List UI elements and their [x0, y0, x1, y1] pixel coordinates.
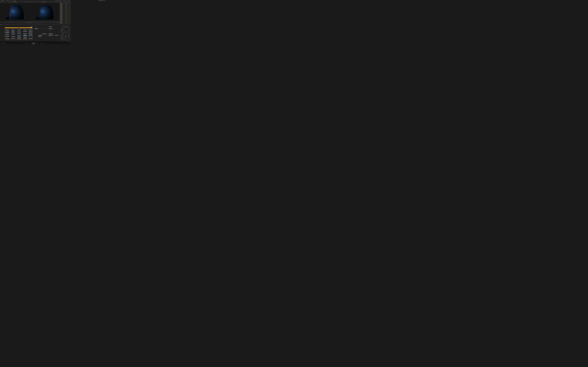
color-swatch[interactable] — [66, 9, 66, 9]
viewer-tool-4[interactable]: ▭ — [4, 2, 4, 3]
script-icon[interactable]: ✎ — [68, 12, 68, 12]
reset-icon[interactable]: ⟲ — [69, 32, 69, 32]
reset-icon[interactable]: ⟲ — [70, 33, 70, 33]
border-width-slider[interactable] — [63, 31, 67, 31]
script-icon[interactable]: ✎ — [68, 24, 68, 24]
settings-icon[interactable]: ⊡ — [69, 13, 70, 14]
settings-icon[interactable]: ⊡ — [69, 14, 70, 15]
shelf-tool-6[interactable]: ○ — [24, 23, 25, 24]
reset-icon[interactable]: ⟲ — [70, 17, 70, 17]
version-icon[interactable]: ⧉ — [67, 16, 68, 17]
lock-icon[interactable]: △ — [69, 12, 69, 12]
enable-dot-icon[interactable] — [60, 24, 60, 24]
reset-icon[interactable]: ⟲ — [70, 14, 70, 15]
version-icon[interactable]: ⧉ — [67, 24, 68, 24]
viewer-tool-13[interactable]: ⊡ — [11, 2, 12, 3]
node[interactable]: Polygon12 (Ply)◉ — [11, 38, 15, 39]
node[interactable]: Polygon6 (Ply)◉ — [5, 38, 9, 39]
keyframe-icon[interactable] — [69, 30, 69, 30]
script-icon[interactable]: ✎ — [68, 5, 68, 6]
version-icon[interactable]: ⧉ — [67, 7, 68, 8]
viewer-tool-15[interactable]: ▲ — [42, 2, 43, 3]
viewer-tool-4[interactable]: ▭ — [33, 2, 34, 3]
viewer-tool-10[interactable]: ◐ — [38, 2, 39, 3]
version-icon[interactable]: ⧉ — [67, 20, 68, 20]
color-swatch[interactable] — [66, 4, 66, 4]
lock-icon[interactable]: △ — [69, 5, 69, 6]
current-frame[interactable]: 126.0 — [57, 22, 59, 23]
grid-icon[interactable]: ▦ — [27, 1, 28, 2]
node[interactable]: Polygon13 (Ply)◉ — [17, 30, 21, 30]
reset-icon[interactable]: ⟲ — [70, 36, 70, 37]
chevron-down-icon[interactable]: ▾ — [66, 14, 67, 15]
version-icon[interactable]: ⧉ — [67, 15, 68, 16]
node[interactable]: Polygon3 (Ply)◉ — [5, 33, 9, 33]
enable-dot-icon[interactable] — [60, 4, 60, 4]
color-swatch[interactable] — [66, 23, 66, 23]
spline-button[interactable]: ∿Spline — [54, 0, 58, 1]
settings-icon[interactable]: ⊡ — [69, 15, 70, 16]
center-x-input[interactable]: 0.5 — [64, 33, 66, 33]
node-group-title[interactable]: BluePlayer_01 — [5, 27, 32, 28]
node[interactable]: Polygon19 (Ply)◉ — [23, 30, 27, 30]
keyframe-icon[interactable] — [69, 35, 69, 36]
enable-dot-icon[interactable] — [60, 18, 60, 18]
lock-icon[interactable]: △ — [69, 7, 69, 8]
version-icon[interactable]: ⧉ — [67, 23, 68, 23]
chevron-down-icon[interactable]: ▾ — [66, 6, 67, 7]
node[interactable]: Ball (Ply) — [30, 26, 32, 27]
inspector-button[interactable]: ✱Inspector — [66, 0, 70, 1]
node[interactable]: Polygon7 (Ply)◉ — [11, 30, 15, 30]
lock-icon[interactable]: △ — [69, 4, 69, 5]
reset-icon[interactable]: ⟲ — [70, 13, 70, 14]
shape-anim-hint[interactable]: Right-click here for shape animation — [60, 40, 70, 40]
color-swatch[interactable] — [66, 14, 66, 14]
settings-icon[interactable]: ⊡ — [69, 21, 70, 21]
invert-checkbox[interactable] — [61, 32, 61, 33]
enable-dot-icon[interactable] — [60, 7, 60, 8]
settings-icon[interactable]: ⊡ — [69, 9, 70, 10]
shelf-tool-11[interactable]: ◐ — [30, 23, 31, 24]
viewer-tool-10[interactable]: ◐ — [9, 2, 9, 3]
script-icon[interactable]: ✎ — [68, 9, 68, 10]
node[interactable]: MediaOut1 (MO) — [55, 35, 58, 36]
chevron-down-icon[interactable]: ▾ — [66, 18, 67, 18]
node[interactable]: Polygon1_1◉ — [5, 28, 9, 29]
viewer-tool-5[interactable]: ○ — [4, 2, 5, 3]
version-icon[interactable]: ⧉ — [67, 13, 68, 14]
center-y-input[interactable]: 0.5 — [67, 33, 69, 33]
shelf-tool-18[interactable]: ⬢ — [40, 23, 41, 24]
viewer-zoom-left[interactable]: 100% — [0, 1, 2, 2]
lock-icon[interactable]: △ — [69, 14, 69, 15]
reset-icon[interactable]: ⟲ — [70, 3, 70, 4]
chevron-down-icon[interactable]: ▾ — [66, 23, 67, 23]
settings-icon[interactable]: ⊡ — [69, 17, 70, 17]
node-pin[interactable] — [36, 27, 36, 27]
viewer-tool-1[interactable]: ↔ — [31, 2, 31, 3]
node[interactable]: Polygon28 (Ply)◉ — [28, 31, 33, 32]
color-swatch[interactable] — [66, 17, 66, 17]
shelf-tool-0[interactable]: ▭ — [16, 23, 17, 24]
more-icon[interactable]: ⋯ — [28, 1, 29, 2]
color-swatch[interactable] — [66, 12, 66, 12]
enable-dot-icon[interactable] — [60, 20, 60, 20]
lock-icon[interactable]: △ — [69, 6, 69, 7]
shelf-tool-8[interactable]: ⬠ — [27, 23, 28, 24]
lock-icon[interactable]: △ — [69, 22, 69, 22]
reset-icon[interactable]: ⟲ — [70, 19, 70, 19]
settings-icon[interactable]: ⊡ — [69, 16, 70, 17]
enable-dot-icon[interactable] — [60, 19, 60, 19]
script-icon[interactable]: ✎ — [68, 15, 68, 16]
node[interactable]: MatteControl1 (Mat) — [49, 28, 53, 29]
reset-icon[interactable]: ⟲ — [70, 8, 70, 9]
reset-icon[interactable]: ⟲ — [70, 15, 70, 16]
shelf-tool-3[interactable]: ✎ — [20, 23, 21, 24]
script-icon[interactable]: ✎ — [68, 20, 68, 20]
chevron-down-icon[interactable]: ▾ — [66, 9, 67, 10]
viewer-tool-2[interactable]: ⤡ — [32, 2, 32, 3]
node[interactable]: Polygon18 (Ply)◉ — [17, 38, 21, 39]
reset-icon[interactable]: ⟲ — [70, 9, 70, 10]
settings-icon[interactable]: ⊡ — [69, 10, 70, 11]
viewer-tool-8[interactable]: T — [7, 2, 8, 3]
enable-dot-icon[interactable] — [60, 14, 60, 14]
